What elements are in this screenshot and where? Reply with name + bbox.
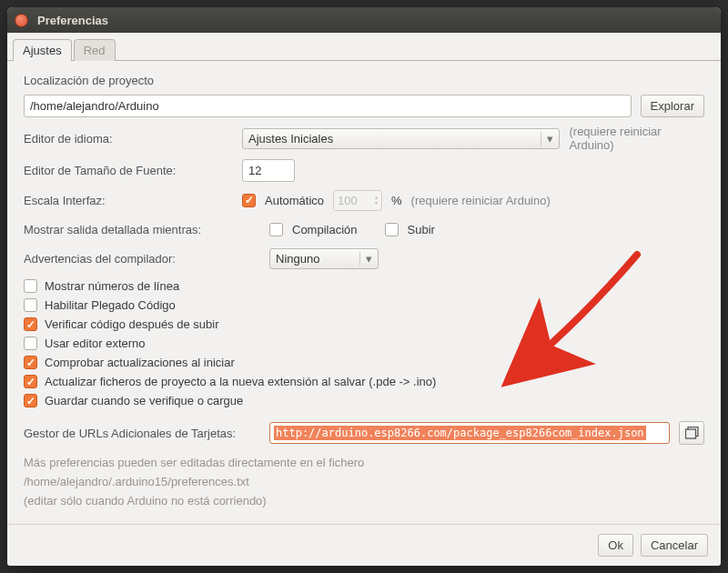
- percent-label: %: [391, 194, 402, 207]
- option-row: Actualizar ficheros de proyecto a la nue…: [24, 372, 704, 391]
- tab-red[interactable]: Red: [74, 39, 116, 61]
- option-checkbox[interactable]: [24, 394, 37, 407]
- option-label: Comprobar actualizaciones al iniciar: [45, 356, 235, 369]
- language-value: Ajustes Iniciales: [248, 132, 333, 146]
- scale-label: Escala Interfaz:: [24, 194, 233, 207]
- boards-url-input[interactable]: http://arduino.esp8266.com/package_esp82…: [269, 422, 670, 444]
- chevron-down-icon: ▾: [359, 252, 372, 266]
- option-row: Comprobar actualizaciones al iniciar: [24, 353, 704, 372]
- option-row: Verificar código después de subir: [24, 315, 704, 334]
- option-checkbox[interactable]: [24, 375, 37, 388]
- option-label: Guardar cuando se verifique o cargue: [45, 394, 243, 407]
- note-line1: Más preferencias pueden ser editadas dir…: [24, 454, 704, 473]
- option-label: Actualizar ficheros de proyecto a la nue…: [45, 375, 436, 388]
- option-row: Usar editor externo: [24, 334, 704, 353]
- verbose-compile-label: Compilación: [292, 223, 358, 236]
- option-label: Mostrar números de línea: [45, 279, 179, 293]
- window-title: Preferencias: [37, 14, 108, 27]
- cancel-button[interactable]: Cancelar: [641, 534, 708, 557]
- note-line2: /home/alejandro/.arduino15/preferences.t…: [24, 473, 704, 492]
- boards-url-label: Gestor de URLs Adicionales de Tarjetas:: [24, 427, 260, 440]
- titlebar[interactable]: Preferencias: [7, 7, 721, 33]
- dialog-footer: Ok Cancelar: [7, 524, 721, 566]
- option-label: Usar editor externo: [45, 337, 146, 350]
- option-row: Guardar cuando se verifique o cargue: [24, 391, 704, 410]
- sketchbook-path-input[interactable]: [24, 95, 632, 117]
- close-icon[interactable]: [15, 14, 28, 27]
- warnings-select[interactable]: Ninguno ▾: [269, 248, 379, 269]
- preferences-window: Preferencias Ajustes Red Localización de…: [7, 7, 721, 566]
- ok-button[interactable]: Ok: [598, 534, 633, 557]
- browse-button[interactable]: Explorar: [641, 95, 704, 117]
- option-row: Habilitar Plegado Código: [24, 296, 704, 315]
- language-label: Editor de idioma:: [24, 132, 233, 146]
- language-hint: (requiere reiniciar Arduino): [569, 125, 704, 152]
- option-checkbox[interactable]: [24, 279, 37, 293]
- verbose-label: Mostrar salida detallada mientras:: [24, 223, 260, 236]
- tab-ajustes[interactable]: Ajustes: [13, 39, 72, 61]
- chevron-down-icon: ▾: [541, 132, 553, 146]
- tab-bar: Ajustes Red: [7, 33, 721, 60]
- boards-url-expand-button[interactable]: [679, 421, 704, 445]
- verbose-upload-label: Subir: [408, 223, 435, 236]
- scale-hint: (requiere reiniciar Arduino): [411, 194, 551, 207]
- boards-url-value: http://arduino.esp8266.com/package_esp82…: [274, 426, 646, 440]
- fontsize-label: Editor de Tamaño de Fuente:: [24, 164, 233, 177]
- option-checkbox[interactable]: [24, 298, 37, 312]
- option-label: Verificar código después de subir: [45, 317, 219, 331]
- option-row: Mostrar números de línea: [24, 276, 704, 296]
- option-checkbox[interactable]: [24, 356, 37, 369]
- scale-value-input: 100 ▴▾: [333, 190, 382, 211]
- verbose-upload-checkbox[interactable]: [385, 223, 399, 236]
- option-label: Habilitar Plegado Código: [45, 298, 176, 312]
- options-list: Mostrar números de líneaHabilitar Plegad…: [24, 276, 704, 410]
- note-line3: (editar sólo cuando Arduino no está corr…: [24, 492, 704, 511]
- scale-auto-checkbox[interactable]: [242, 194, 256, 207]
- scale-auto-label: Automático: [265, 194, 324, 207]
- verbose-compile-checkbox[interactable]: [269, 223, 283, 236]
- warnings-value: Ninguno: [276, 252, 319, 266]
- fontsize-input[interactable]: [242, 159, 295, 182]
- option-checkbox[interactable]: [24, 337, 37, 350]
- svg-rect-1: [685, 429, 695, 438]
- settings-panel: Localización de proyecto Explorar Editor…: [7, 60, 721, 524]
- option-checkbox[interactable]: [24, 317, 37, 331]
- window-icon: [685, 427, 699, 439]
- sketchbook-label: Localización de proyecto: [24, 74, 704, 87]
- prefs-note: Más preferencias pueden ser editadas dir…: [24, 454, 704, 510]
- warnings-label: Advertencias del compilador:: [24, 252, 260, 266]
- language-select[interactable]: Ajustes Iniciales ▾: [242, 128, 560, 149]
